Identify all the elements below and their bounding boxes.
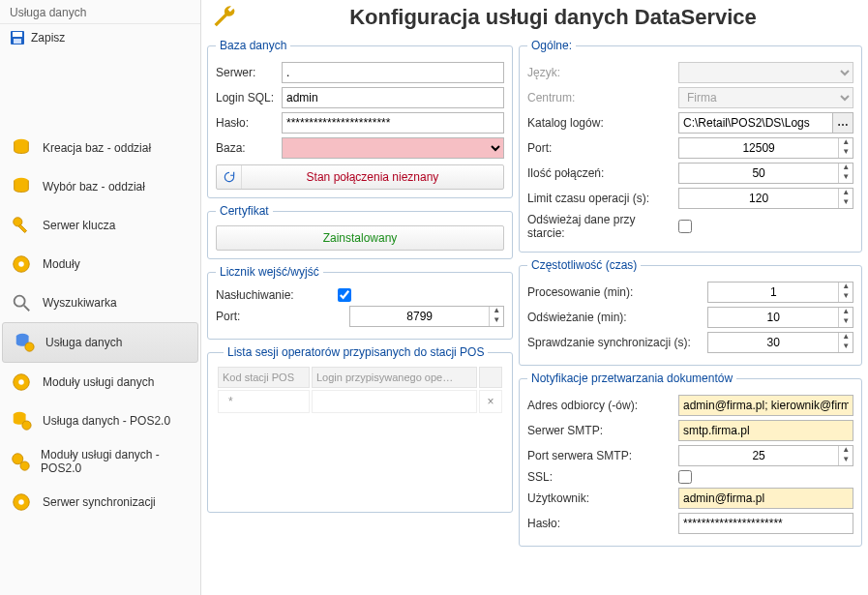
listen-checkbox[interactable] xyxy=(338,288,351,302)
spin-down-icon[interactable]: ▼ xyxy=(839,342,853,352)
spin-down-icon[interactable]: ▼ xyxy=(839,173,853,183)
sync-spinner[interactable]: ▲▼ xyxy=(707,332,853,353)
certificate-button[interactable]: Zainstalowany xyxy=(216,225,504,251)
op-limit-input[interactable] xyxy=(679,189,838,208)
smtp-port-label: Port serwera SMTP: xyxy=(527,449,673,462)
password-label: Hasło: xyxy=(216,116,276,130)
gen-port-spinner[interactable]: ▲▼ xyxy=(678,137,853,159)
sessions-table: Kod stacji POS Login przypisywanego ope…… xyxy=(216,365,504,504)
browse-button[interactable]: … xyxy=(832,112,853,134)
spin-down-icon[interactable]: ▼ xyxy=(839,456,853,465)
nav-item-create-db[interactable]: Kreacja baz - oddział xyxy=(0,129,200,167)
conn-count-input[interactable] xyxy=(679,164,838,183)
svg-rect-6 xyxy=(18,224,26,232)
database-gear-icon xyxy=(10,409,33,432)
sync-input[interactable] xyxy=(708,333,838,352)
group-frequency: Częstotliwość (czas) Procesowanie (min):… xyxy=(519,258,862,366)
gear-icon xyxy=(10,253,33,276)
spin-down-icon[interactable]: ▼ xyxy=(490,316,503,326)
group-counter: Licznik wejść/wyjść Nasłuchiwanie: Port:… xyxy=(207,265,513,340)
conn-count-spinner[interactable]: ▲▼ xyxy=(678,163,853,184)
logdir-input[interactable] xyxy=(678,112,832,134)
base-select[interactable] xyxy=(282,137,504,159)
refresh-spinner[interactable]: ▲▼ xyxy=(707,307,853,328)
save-label: Zapisz xyxy=(31,31,65,45)
nav-item-search[interactable]: Wyszukiwarka xyxy=(0,283,200,322)
login-label: Login SQL: xyxy=(216,91,276,104)
gear-icon xyxy=(10,491,33,514)
logdir-label: Katalog logów: xyxy=(527,116,673,130)
spin-down-icon[interactable]: ▼ xyxy=(839,198,853,208)
recip-input[interactable] xyxy=(678,395,853,416)
nav-item-key-server[interactable]: Serwer klucza xyxy=(0,206,200,245)
server-input[interactable] xyxy=(282,62,504,83)
lang-select xyxy=(678,62,853,83)
nav-item-sync-server[interactable]: Serwer synchronizacji xyxy=(0,483,200,521)
counter-port-label: Port: xyxy=(216,310,332,323)
group-certificate: Certyfikat Zainstalowany xyxy=(207,204,513,259)
save-button[interactable]: Zapisz xyxy=(0,24,200,51)
smtp-input[interactable] xyxy=(678,420,853,441)
nav-item-data-service[interactable]: Usługa danych xyxy=(2,322,198,363)
nav-label: Usługa danych - POS2.0 xyxy=(43,414,170,428)
save-icon xyxy=(10,30,25,45)
notify-user-label: Użytkownik: xyxy=(527,491,673,505)
op-limit-label: Limit czasu operacji (s): xyxy=(527,192,673,205)
login-input[interactable] xyxy=(282,87,504,108)
spin-down-icon[interactable]: ▼ xyxy=(839,148,853,158)
sessions-col-login[interactable]: Login przypisywanego ope… xyxy=(312,367,477,388)
notify-user-input[interactable] xyxy=(678,488,853,509)
sessions-col-code[interactable]: Kod stacji POS xyxy=(218,367,310,388)
nav-item-choose-db[interactable]: Wybór baz - oddział xyxy=(0,167,200,206)
svg-point-14 xyxy=(18,379,24,385)
nav-label: Wyszukiwarka xyxy=(43,296,117,310)
svg-point-8 xyxy=(18,261,24,267)
lang-label: Język: xyxy=(527,66,673,79)
nav-label: Serwer klucza xyxy=(43,219,115,232)
password-input[interactable] xyxy=(282,112,504,134)
nav-label: Serwer synchronizacji xyxy=(43,495,156,509)
nav-item-ds-modules[interactable]: Moduły usługi danych xyxy=(0,363,200,402)
spin-down-icon[interactable]: ▼ xyxy=(839,292,853,302)
notify-pass-input[interactable] xyxy=(678,513,853,534)
nav-item-modules[interactable]: Moduły xyxy=(0,245,200,283)
new-row-star: * xyxy=(223,395,233,408)
proc-spinner[interactable]: ▲▼ xyxy=(707,282,853,303)
group-notifications: Notyfikacje przetwarzania dokumentów Adr… xyxy=(519,372,862,547)
counter-port-spinner[interactable]: ▲▼ xyxy=(349,306,504,327)
group-legend: Notyfikacje przetwarzania dokumentów xyxy=(527,372,736,385)
page-title: Konfiguracja usługi danych DataService xyxy=(248,5,858,30)
op-limit-spinner[interactable]: ▲▼ xyxy=(678,188,853,209)
smtp-port-input[interactable] xyxy=(679,446,838,465)
close-row-button[interactable]: × xyxy=(479,390,502,413)
center-label: Centrum: xyxy=(527,91,673,104)
nav-item-ds-pos2[interactable]: Usługa danych - POS2.0 xyxy=(0,402,200,440)
sidebar: Usługa danych Zapisz Kreacja baz - oddzi… xyxy=(0,0,201,595)
gear-icon xyxy=(10,371,33,394)
smtp-port-spinner[interactable]: ▲▼ xyxy=(678,445,853,466)
refresh-button[interactable] xyxy=(217,165,242,189)
database-icon xyxy=(10,175,33,198)
database-icon xyxy=(10,136,33,160)
group-legend: Lista sesji operatorów przypisanych do s… xyxy=(224,345,488,359)
gen-port-input[interactable] xyxy=(679,138,838,158)
nav-label: Usługa danych xyxy=(45,336,122,349)
gen-port-label: Port: xyxy=(527,141,673,155)
table-row[interactable]: * × xyxy=(218,390,502,413)
proc-input[interactable] xyxy=(708,283,838,302)
group-sessions: Lista sesji operatorów przypisanych do s… xyxy=(207,345,513,513)
refresh-start-checkbox[interactable] xyxy=(678,220,692,233)
group-general: Ogólne: Język: Centrum: Firma Katalog lo… xyxy=(519,39,862,253)
sync-label: Sprawdzanie synchronizacji (s): xyxy=(527,336,702,349)
spin-down-icon[interactable]: ▼ xyxy=(839,317,853,327)
refresh-input[interactable] xyxy=(708,308,838,327)
smtp-label: Serwer SMTP: xyxy=(527,424,673,437)
svg-line-10 xyxy=(24,306,30,312)
ssl-checkbox[interactable] xyxy=(678,470,692,484)
svg-point-20 xyxy=(18,499,24,505)
nav-item-ds-modules-pos2[interactable]: Moduły usługi danych - POS2.0 xyxy=(0,440,200,483)
conn-count-label: Ilość połączeń: xyxy=(527,166,673,180)
refresh-start-label: Odświeżaj dane przy starcie: xyxy=(527,213,673,240)
key-icon xyxy=(10,214,33,237)
counter-port-input[interactable] xyxy=(350,307,489,326)
